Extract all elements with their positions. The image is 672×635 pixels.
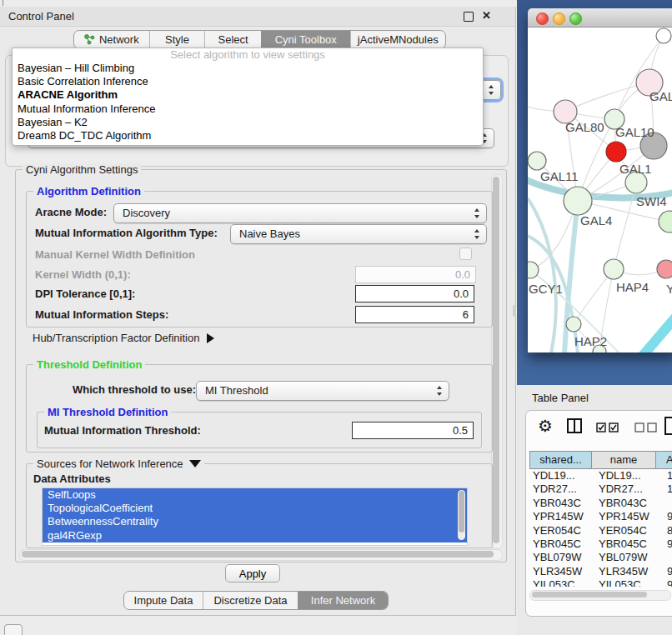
zoom-window-icon[interactable] bbox=[569, 12, 582, 25]
column-header-name[interactable]: name bbox=[591, 451, 656, 469]
algorithm-option[interactable]: Dream8 DC_TDC Algorithm bbox=[13, 129, 483, 142]
node-label: GAL1 bbox=[619, 162, 651, 176]
apply-button[interactable]: Apply bbox=[225, 564, 280, 582]
algorithm-option[interactable]: Bayesian – K2 bbox=[13, 116, 483, 129]
partial-toolbar-button[interactable] bbox=[4, 624, 23, 635]
export-table-icon[interactable] bbox=[663, 416, 672, 436]
tab-impute-data[interactable]: Impute Data bbox=[124, 592, 203, 609]
data-attributes-label: Data Attributes bbox=[33, 472, 111, 485]
window-edge-tick bbox=[3, 0, 3, 6]
close-panel-icon[interactable]: ✕ bbox=[482, 9, 491, 22]
aracne-mode-combo[interactable]: Discovery bbox=[113, 203, 487, 223]
tab-label: Cyni Toolbox bbox=[275, 33, 337, 46]
table-row[interactable]: YIL053CYIL053C9. bbox=[529, 578, 672, 587]
tab-discretize-data[interactable]: Discretize Data bbox=[203, 592, 298, 609]
table-body[interactable]: YDL19...YDL19...13 YDR27...YDR27...12 YB… bbox=[529, 469, 672, 587]
mi-algorithm-type-combo[interactable]: Naive Bayes bbox=[230, 224, 487, 244]
scrollbar-thumb[interactable] bbox=[22, 551, 494, 558]
dpi-tolerance-label: DPI Tolerance [0,1]: bbox=[35, 288, 135, 300]
tab-label: Network bbox=[99, 33, 139, 46]
tab-label: Impute Data bbox=[134, 594, 193, 607]
control-panel-tabs: Network Style Select Cyni Toolbox jActiv… bbox=[73, 30, 446, 49]
float-window-icon[interactable] bbox=[464, 12, 474, 22]
attribute-item-selected[interactable]: TopologicalCoefficient bbox=[43, 502, 467, 515]
scrollbar-thumb[interactable] bbox=[532, 592, 647, 598]
tab-jactivemnodules[interactable]: jActiveMNodules bbox=[350, 31, 445, 48]
algorithm-option[interactable]: Bayesian – Hill Climbing bbox=[13, 62, 483, 75]
table-row[interactable]: YLR345WYLR345W9. bbox=[529, 565, 672, 578]
network-view[interactable]: GAL GAL80 GAL10 GAL11 GAL1 SWI4 GAL4 GCY… bbox=[528, 28, 672, 352]
table-row[interactable]: YDL19...YDL19...13 bbox=[529, 469, 672, 482]
tab-label: jActiveMNodules bbox=[358, 33, 439, 46]
table-row[interactable]: YBR045CYBR045C9. bbox=[529, 538, 672, 551]
panel-title: Control Panel bbox=[8, 10, 74, 22]
expand-right-icon bbox=[207, 333, 214, 343]
settings-horizontal-scrollbar[interactable] bbox=[19, 549, 503, 561]
tab-cyni-toolbox[interactable]: Cyni Toolbox bbox=[261, 31, 350, 48]
group-title: Algorithm Definition bbox=[33, 185, 144, 198]
select-all-columns-icon[interactable] bbox=[596, 422, 619, 432]
manual-kernel-label: Manual Kernel Width Definition bbox=[35, 248, 195, 261]
tab-label: Infer Network bbox=[311, 594, 375, 607]
node-label: GAL bbox=[649, 89, 672, 103]
algorithm-option[interactable]: Mutual Information Inference bbox=[13, 102, 483, 116]
list-vertical-scrollbar[interactable] bbox=[458, 490, 465, 540]
table-row[interactable]: YER054CYER054C8. bbox=[529, 524, 672, 538]
table-row[interactable]: YDR27...YDR27...12 bbox=[529, 482, 672, 496]
combo-arrows-icon bbox=[488, 85, 495, 95]
table-row[interactable]: YBR043CYBR043C bbox=[529, 497, 672, 510]
hub-definition-expander[interactable]: Hub/Transcription Factor Definition bbox=[33, 332, 214, 344]
aracne-mode-label: Aracne Mode: bbox=[35, 206, 107, 218]
table-row[interactable]: YBL079WYBL079W bbox=[529, 551, 672, 564]
sources-expander[interactable]: Sources for Network Inference bbox=[33, 458, 204, 470]
mi-threshold-field[interactable]: 0.5 bbox=[352, 422, 474, 439]
algorithm-dropdown-list: Select algorithm to view settings Bayesi… bbox=[12, 48, 484, 146]
settings-vertical-scrollbar[interactable] bbox=[491, 174, 503, 549]
mi-type-label: Mutual Information Algorithm Type: bbox=[35, 227, 218, 239]
panel-divider-handle[interactable] bbox=[513, 305, 516, 317]
scrollbar-thumb[interactable] bbox=[493, 177, 499, 543]
node-label: GAL4 bbox=[580, 213, 612, 228]
data-attributes-list[interactable]: SelfLoops TopologicalCoefficient Between… bbox=[42, 488, 468, 546]
combo-arrows-icon bbox=[436, 386, 444, 396]
node-label: HAP2 bbox=[574, 334, 607, 348]
node-label: GAL80 bbox=[565, 120, 604, 134]
table-horizontal-scrollbar[interactable] bbox=[529, 590, 671, 601]
tab-select[interactable]: Select bbox=[204, 31, 261, 48]
scrollbar-thumb[interactable] bbox=[459, 491, 464, 532]
threshold-definition-group: Threshold Definition Which threshold to … bbox=[26, 364, 493, 452]
network-window-titlebar[interactable] bbox=[528, 8, 672, 28]
split-columns-icon[interactable] bbox=[566, 418, 583, 434]
node-label: Y bbox=[666, 282, 672, 296]
attribute-item-selected[interactable]: BetweennessCentrality bbox=[43, 515, 467, 528]
close-window-icon[interactable] bbox=[536, 12, 549, 25]
network-window: GAL GAL80 GAL10 GAL11 GAL1 SWI4 GAL4 GCY… bbox=[528, 8, 672, 352]
network-graph bbox=[528, 28, 672, 352]
algorithm-definition-group: Algorithm Definition Aracne Mode: Discov… bbox=[26, 191, 493, 328]
algorithm-option-selected[interactable]: ARACNE Algorithm bbox=[13, 88, 483, 102]
dropdown-hint: Select algorithm to view settings bbox=[13, 48, 483, 62]
mi-threshold-label: Mutual Information Threshold: bbox=[44, 424, 201, 437]
deselect-all-columns-icon[interactable] bbox=[634, 422, 658, 432]
dpi-tolerance-field[interactable]: 0.0 bbox=[355, 285, 474, 302]
gear-icon[interactable]: ⚙ bbox=[538, 418, 553, 434]
which-threshold-combo[interactable]: MI Threshold bbox=[196, 381, 449, 401]
group-title: Threshold Definition bbox=[33, 358, 145, 371]
table-row[interactable]: YPR145WYPR145W9. bbox=[529, 510, 672, 523]
kernel-width-field[interactable]: 0.0 bbox=[355, 266, 476, 283]
tab-infer-network[interactable]: Infer Network bbox=[298, 592, 388, 609]
column-header-shared-name[interactable]: shared... bbox=[529, 451, 592, 469]
manual-kernel-checkbox[interactable] bbox=[459, 248, 472, 260]
control-panel-titlebar: Control Panel ✕ bbox=[0, 7, 515, 27]
attribute-item-selected[interactable]: gal4RGexp bbox=[43, 529, 467, 542]
mi-steps-field[interactable]: 6 bbox=[355, 306, 474, 323]
combo-value: MI Threshold bbox=[205, 384, 268, 397]
column-header-partial[interactable]: A bbox=[655, 451, 672, 469]
tab-style[interactable]: Style bbox=[149, 31, 205, 48]
node-label: HAP4 bbox=[616, 280, 649, 294]
collapse-down-icon bbox=[189, 460, 201, 468]
algorithm-option[interactable]: Basic Correlation Inference bbox=[13, 75, 483, 88]
tab-network[interactable]: Network bbox=[74, 31, 149, 48]
minimize-window-icon[interactable] bbox=[553, 12, 565, 25]
attribute-item-selected[interactable]: SelfLoops bbox=[43, 488, 467, 502]
